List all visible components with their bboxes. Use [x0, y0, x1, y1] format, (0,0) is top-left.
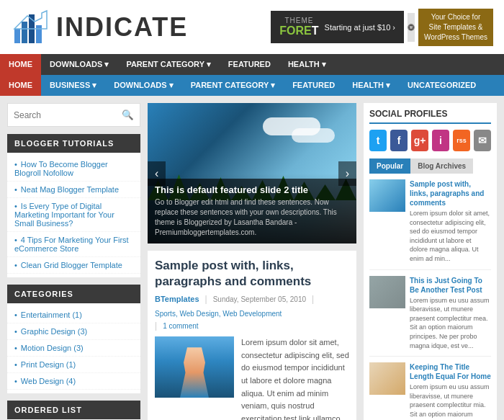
thumb-house	[369, 362, 405, 395]
post-comments[interactable]: 1 comment	[163, 322, 198, 330]
recent-post-excerpt-1: Lorem ipsum dolor sit amet, consectetur …	[410, 209, 491, 264]
categories-list: Entertainment (1) Graphic Design (3) Mot…	[7, 303, 140, 393]
category-link-1[interactable]: Entertainment (1)	[21, 310, 82, 319]
blog-post: Sample post with, links, paragraphs and …	[148, 251, 356, 420]
recent-post-title-3[interactable]: Keeping The Title Length Equal For Home	[410, 362, 491, 381]
nav2-home[interactable]: HOME	[0, 75, 41, 96]
ad-banner: THEME FORET Starting at just $10 › W You…	[271, 9, 493, 46]
twitter-icon[interactable]: t	[369, 130, 387, 151]
logo-icon	[11, 7, 50, 47]
instagram-icon[interactable]: i	[432, 130, 449, 151]
list-item: 4 Tips For Marketing Your First eCommerc…	[7, 232, 140, 257]
nav2-downloads[interactable]: DOWNLOADS ▾	[105, 75, 181, 96]
post-date: Sunday, September 05, 2010	[213, 295, 306, 303]
list-item: Graphic Design (3)	[7, 323, 140, 340]
nav2-uncategorized[interactable]: UNCATEGORIZED	[399, 75, 485, 96]
categories-section: CATEGORIES Entertainment (1) Graphic Des…	[7, 285, 140, 393]
nav2-featured[interactable]: FEATURED	[284, 75, 343, 96]
search-button[interactable]: 🔍	[122, 110, 134, 120]
tutorial-link-2[interactable]: Neat Mag Blogger Template	[21, 185, 119, 194]
tab-popular[interactable]: Popular	[369, 158, 410, 174]
blogger-tutorials-list: How To Become Blogger Blogroll Nofollow …	[7, 153, 140, 277]
list-item: Neat Mag Blogger Template	[7, 182, 140, 198]
tutorial-link-5[interactable]: Clean Grid Blogger Template	[21, 261, 122, 269]
recent-text-1: Sample post with, links, paragraphs and …	[410, 179, 491, 264]
blogger-tutorials-section: BLOGGER TUTORIALS How To Become Blogger …	[7, 134, 140, 277]
post-meta: BTemplates | Sunday, September 05, 2010 …	[155, 294, 349, 318]
nav2-health[interactable]: HEALTH ▾	[343, 75, 399, 96]
recent-thumb-1	[369, 179, 405, 212]
slider-description: Go to Blogger edit html and find these s…	[155, 197, 349, 238]
recent-post-2: This is Just Going To Be Another Test Po…	[369, 276, 491, 357]
thumb-car	[369, 276, 405, 308]
search-input[interactable]	[14, 110, 122, 120]
list-item: Entertainment (1)	[7, 307, 140, 323]
main-container: 🔍 BLOGGER TUTORIALS How To Become Blogge…	[0, 96, 504, 420]
thumb-sky	[369, 179, 405, 212]
social-profiles-title: SOCIAL PROFILES	[369, 109, 491, 124]
ordered-list-title: ORDERED LIST	[7, 401, 140, 419]
recent-thumb-2	[369, 276, 405, 308]
social-profiles-section: SOCIAL PROFILES t f g+ i rss ✉ Popular B…	[364, 103, 497, 420]
tutorial-link-4[interactable]: 4 Tips For Marketing Your First eCommerc…	[14, 236, 129, 253]
tutorial-link-1[interactable]: How To Become Blogger Blogroll Nofollow	[14, 160, 108, 177]
recent-text-2: This is Just Going To Be Another Test Po…	[410, 276, 491, 351]
post-body: Lorem ipsum dolor sit amet, consectetur …	[241, 336, 349, 420]
tab-buttons: Popular Blog Archives	[369, 158, 491, 174]
themeforest-ad[interactable]: THEME FORET Starting at just $10 ›	[271, 11, 404, 43]
recent-post-3: Keeping The Title Length Equal For Home …	[369, 362, 491, 420]
recent-text-3: Keeping The Title Length Equal For Home …	[410, 362, 491, 420]
recent-thumb-3	[369, 362, 405, 395]
category-link-3[interactable]: Motion Design (3)	[21, 344, 84, 352]
nav-parent-category[interactable]: PARENT CATEGORY ▾	[117, 54, 219, 75]
nav-primary: HOME DOWNLOADS ▾ PARENT CATEGORY ▾ FEATU…	[0, 54, 504, 75]
post-tags[interactable]: Sports, Web Design, Web Development	[155, 310, 282, 318]
facebook-icon[interactable]: f	[390, 130, 408, 151]
svg-rect-3	[36, 25, 42, 43]
ad-right-text: Your Choice for Site Templates & WordPre…	[418, 9, 493, 46]
logo-area: INDICATE	[11, 7, 188, 47]
nav2-parent-category[interactable]: PARENT CATEGORY ▾	[182, 75, 284, 96]
nav-featured[interactable]: FEATURED	[220, 54, 279, 75]
nav2-business[interactable]: BUSINESS ▾	[41, 75, 105, 96]
list-item: How To Become Blogger Blogroll Nofollow	[7, 156, 140, 182]
tutorial-link-3[interactable]: Is Every Type of Digital Marketing Impor…	[14, 202, 114, 228]
right-sidebar: SOCIAL PROFILES t f g+ i rss ✉ Popular B…	[364, 103, 497, 420]
forest-logo: FORET	[279, 24, 318, 37]
svg-rect-0	[14, 29, 20, 43]
tab-blog-archives[interactable]: Blog Archives	[410, 158, 473, 174]
ad-tagline: Starting at just $10 ›	[325, 23, 395, 32]
mail-icon[interactable]: ✉	[474, 130, 491, 151]
category-link-2[interactable]: Graphic Design (3)	[21, 327, 87, 336]
site-title[interactable]: INDICATE	[56, 12, 188, 43]
svg-rect-1	[22, 22, 27, 43]
category-link-5[interactable]: Web Design (4)	[21, 377, 76, 385]
post-thumbnail	[155, 336, 234, 398]
list-item: Print Design (1)	[7, 357, 140, 373]
cloud-decoration-2	[292, 128, 335, 143]
list-item: Clean Grid Blogger Template	[7, 257, 140, 274]
googleplus-icon[interactable]: g+	[411, 130, 428, 151]
nav-downloads[interactable]: DOWNLOADS ▾	[41, 54, 117, 75]
nav-health[interactable]: HEALTH ▾	[279, 54, 335, 75]
left-sidebar: 🔍 BLOGGER TUTORIALS How To Become Blogge…	[7, 103, 140, 420]
list-item: Web Design (4)	[7, 373, 140, 390]
wp-logo: W	[408, 13, 415, 42]
nav-home[interactable]: HOME	[0, 54, 41, 75]
category-link-4[interactable]: Print Design (1)	[21, 360, 76, 369]
post-comments-meta: | 1 comment	[155, 321, 349, 331]
main-content: ‹ › This is default featured slide 2 tit…	[148, 103, 356, 420]
recent-post-title-1[interactable]: Sample post with, links, paragraphs and …	[410, 179, 491, 207]
categories-title: CATEGORIES	[7, 285, 140, 303]
post-author[interactable]: BTemplates	[155, 295, 199, 303]
rss-icon[interactable]: rss	[453, 130, 470, 151]
search-box: 🔍	[7, 103, 140, 127]
recent-post-excerpt-3: Lorem ipsum eu usu assum liberavisse, ut…	[410, 383, 491, 420]
ordered-list-section: ORDERED LIST Lorem ipsum dolor sit amet,…	[7, 401, 140, 420]
theme-label: THEME	[284, 17, 313, 24]
slider-caption: This is default featured slide 2 title G…	[148, 179, 356, 243]
post-title[interactable]: Sample post with, links, paragraphs and …	[155, 258, 349, 290]
recent-post-title-2[interactable]: This is Just Going To Be Another Test Po…	[410, 276, 491, 295]
recent-post-1: Sample post with, links, paragraphs and …	[369, 179, 491, 270]
list-item: Motion Design (3)	[7, 340, 140, 357]
